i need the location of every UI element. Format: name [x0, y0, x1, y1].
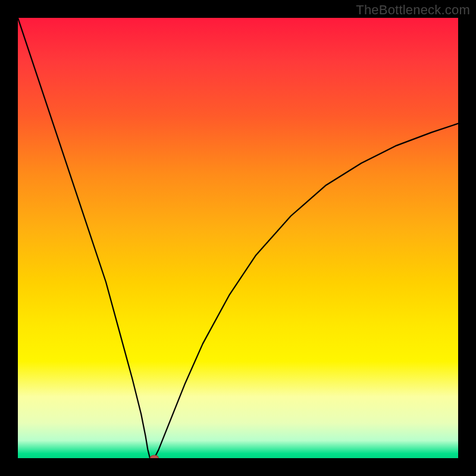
- svg-point-0: [150, 455, 158, 458]
- watermark-text: TheBottleneck.com: [356, 2, 470, 18]
- chart-frame: TheBottleneck.com: [0, 0, 476, 476]
- optimum-marker: [18, 18, 458, 458]
- plot-area: [18, 18, 458, 458]
